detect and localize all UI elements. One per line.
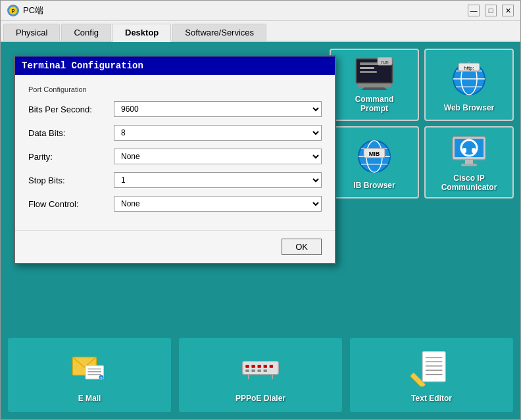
- bits-per-second-label: Bits Per Second:: [28, 105, 114, 114]
- data-bits-row: Data Bits: 8 5 6 7: [28, 125, 322, 141]
- tab-physical[interactable]: Physical: [3, 24, 60, 41]
- section-label: Port Configuration: [28, 85, 322, 93]
- parity-label: Parity:: [28, 152, 114, 162]
- bits-per-second-select[interactable]: 9600 1200 2400 4800 19200 38400: [114, 101, 322, 117]
- minimize-button[interactable]: —: [468, 5, 480, 16]
- ok-button[interactable]: OK: [282, 239, 322, 255]
- stop-bits-select[interactable]: 1 1.5 2: [114, 172, 322, 188]
- modal-title: Terminal Configuration: [15, 57, 335, 75]
- modal-body: Port Configuration Bits Per Second: 9600…: [15, 75, 335, 230]
- app-icon: P: [7, 5, 19, 16]
- window-controls: — □ ✕: [468, 5, 514, 16]
- stop-bits-row: Stop Bits: 1 1.5 2: [28, 172, 322, 188]
- stop-bits-label: Stop Bits:: [28, 175, 114, 185]
- terminal-config-modal: Terminal Configuration Port Configuratio…: [14, 55, 336, 264]
- tab-bar: Physical Config Desktop Software/Service…: [1, 21, 520, 42]
- flow-control-select[interactable]: None RTS/CTS XON/XOFF: [114, 196, 322, 212]
- data-bits-select[interactable]: 8 5 6 7: [114, 125, 322, 141]
- title-bar: P PC端 — □ ✕: [1, 1, 520, 21]
- modal-footer: OK: [15, 230, 335, 263]
- title-bar-left: P PC端: [7, 5, 43, 16]
- maximize-button[interactable]: □: [485, 5, 497, 16]
- flow-control-row: Flow Control: None RTS/CTS XON/XOFF: [28, 196, 322, 212]
- parity-select[interactable]: None Even Odd Mark Space: [114, 149, 322, 164]
- flow-control-label: Flow Control:: [28, 199, 114, 209]
- svg-text:P: P: [11, 9, 14, 15]
- parity-row: Parity: None Even Odd Mark Space: [28, 149, 322, 164]
- data-bits-label: Data Bits:: [28, 128, 114, 138]
- tab-config[interactable]: Config: [61, 24, 111, 41]
- tab-software[interactable]: Software/Services: [172, 24, 266, 41]
- bits-per-second-row: Bits Per Second: 9600 1200 2400 4800 192…: [28, 101, 322, 117]
- close-button[interactable]: ✕: [502, 5, 514, 16]
- main-window: P PC端 — □ ✕ Physical Config Desktop Soft…: [0, 0, 521, 420]
- tab-desktop[interactable]: Desktop: [112, 24, 171, 42]
- modal-overlay: Terminal Configuration Port Configuratio…: [1, 42, 520, 419]
- window-title: PC端: [23, 5, 43, 16]
- desktop-area: run CommandPrompt http:: [1, 42, 520, 419]
